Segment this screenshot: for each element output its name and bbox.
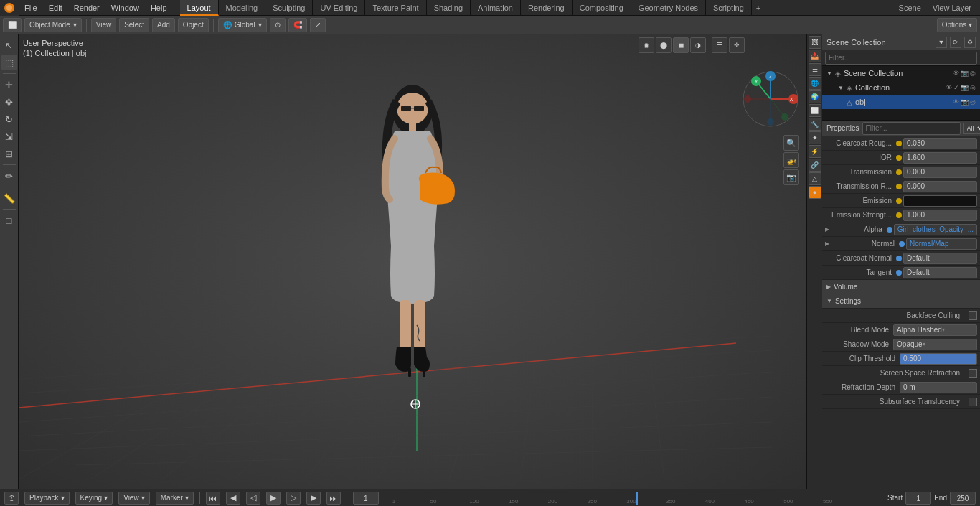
output-properties-tab[interactable]: 📤 (809, 50, 821, 62)
obj-visibility-icon[interactable]: 👁 (953, 98, 959, 106)
tab-layout[interactable]: Layout (180, 0, 219, 16)
constraints-properties-tab[interactable]: 🔗 (809, 159, 821, 172)
properties-search-input[interactable] (862, 122, 961, 135)
volume-section-header[interactable]: ▶ Volume (822, 280, 980, 294)
alpha-value[interactable]: Girl_clothes_Opacity_... (894, 224, 977, 235)
proportional-edit-button[interactable]: ⊙ (270, 18, 286, 32)
coll-visibility-icon[interactable]: 👁 (946, 84, 952, 91)
jump-start-button[interactable]: ⏮ (206, 492, 220, 505)
transform-button[interactable]: ⤢ (310, 18, 326, 32)
add-menu-button[interactable]: Add (152, 18, 175, 32)
refraction-depth-value[interactable]: 0 m (900, 382, 977, 393)
camera-view-button[interactable]: 📷 (783, 169, 799, 185)
tangent-dot[interactable] (896, 270, 902, 276)
next-frame-button[interactable]: ▶ (306, 492, 321, 505)
snap-button[interactable]: 🧲 (288, 18, 307, 32)
outliner-filter-button[interactable]: ▼ (936, 37, 947, 48)
zoom-out-button[interactable]: 🚁 (783, 152, 799, 168)
menu-window[interactable]: Window (105, 0, 145, 16)
coll-render-icon[interactable]: ◎ (970, 84, 976, 91)
tab-animation[interactable]: Animation (471, 0, 521, 16)
add-workspace-button[interactable]: + (752, 0, 765, 16)
timeline-playhead[interactable] (636, 492, 638, 505)
menu-edit[interactable]: Edit (43, 0, 68, 16)
blend-mode-value[interactable]: Alpha Hashed ▾ (893, 324, 977, 336)
viewport-shading-btn-1[interactable]: ◉ (639, 37, 654, 53)
annotate-tool[interactable]: ✏ (1, 168, 17, 184)
transform-tool[interactable]: ⊞ (1, 146, 17, 161)
scene-camera-icon[interactable]: 📷 (961, 70, 969, 77)
emission-strength-value[interactable]: 1.000 (903, 210, 977, 221)
outliner-search-input[interactable] (825, 52, 977, 65)
view-layer-properties-tab[interactable]: ☰ (809, 63, 821, 76)
viewport-gizmo-toggle[interactable]: ✛ (729, 37, 745, 53)
prev-keyframe-button[interactable]: ◁ (246, 492, 260, 505)
menu-render[interactable]: Render (68, 0, 105, 16)
viewport[interactable]: User Perspective (1) Collection | obj ◉ … (19, 34, 806, 489)
cursor-tool[interactable]: ✛ (1, 77, 17, 93)
clip-threshold-value[interactable]: 0.500 (900, 353, 977, 365)
particles-properties-tab[interactable]: ✦ (809, 131, 821, 144)
scene-render-icon[interactable]: ◎ (970, 70, 976, 77)
scene-properties-tab[interactable]: 🌐 (809, 77, 821, 90)
prev-frame-button[interactable]: ◀ (226, 492, 240, 505)
settings-section-header[interactable]: ▼ Settings (822, 294, 980, 309)
transmission-dot[interactable] (896, 169, 902, 175)
viewport-shading-btn-2[interactable]: ⬤ (656, 37, 672, 53)
outliner-settings-button[interactable]: ⚙ (964, 37, 976, 48)
jump-end-button[interactable]: ⏭ (326, 492, 341, 505)
next-keyframe-button[interactable]: ▷ (286, 492, 301, 505)
transmission-value[interactable]: 0.000 (903, 167, 977, 178)
select-menu-button[interactable]: Select (119, 18, 149, 32)
normal-expand-caret[interactable]: ▶ (825, 240, 829, 247)
outliner-item-collection[interactable]: ▼ ◈ Collection 👁 ✓ 📷 ◎ (822, 80, 980, 95)
clearcoat-roughness-value[interactable]: 0.030 (903, 138, 977, 149)
viewport-overlay-toggle[interactable]: ☰ (712, 37, 727, 53)
outliner-item-obj[interactable]: △ obj 👁 📷 ◎ (822, 95, 980, 109)
tab-uv-editing[interactable]: UV Editing (313, 0, 365, 16)
tab-modeling[interactable]: Modeling (219, 0, 266, 16)
obj-camera-icon[interactable]: 📷 (961, 98, 969, 106)
end-frame-input[interactable]: 250 (950, 492, 976, 505)
emission-color-swatch[interactable] (903, 195, 977, 207)
transform-global-dropdown[interactable]: 🌐 Global ▾ (218, 18, 267, 32)
keying-dropdown[interactable]: Keying ▾ (75, 492, 113, 505)
viewport-shading-btn-3[interactable]: ◼ (673, 37, 689, 53)
tab-scripting[interactable]: Scripting (706, 0, 752, 16)
editor-type-btn[interactable]: ⏱ (4, 492, 19, 505)
viewport-canvas[interactable]: User Perspective (1) Collection | obj ◉ … (19, 34, 806, 489)
options-dropdown[interactable]: Options ▾ (937, 18, 977, 32)
object-data-properties-tab[interactable]: △ (809, 172, 821, 185)
move-tool[interactable]: ✥ (1, 94, 17, 110)
viewport-shading-btn-4[interactable]: ◑ (690, 37, 706, 53)
start-frame-input[interactable]: 1 (905, 492, 931, 505)
scale-tool[interactable]: ⇲ (1, 128, 17, 144)
play-button[interactable]: ▶ (266, 492, 281, 505)
tab-shading[interactable]: Shading (427, 0, 471, 16)
tab-texture-paint[interactable]: Texture Paint (365, 0, 426, 16)
scene-visibility-icon[interactable]: 👁 (953, 70, 959, 77)
tab-geometry-nodes[interactable]: Geometry Nodes (631, 0, 706, 16)
menu-file[interactable]: File (19, 0, 43, 16)
ior-value[interactable]: 1.600 (903, 152, 977, 164)
editor-type-button[interactable]: ⬜ (3, 18, 22, 32)
world-properties-tab[interactable]: 🌍 (809, 90, 821, 103)
view-menu-button[interactable]: View (91, 18, 117, 32)
view-layer-selector[interactable]: View Layer (928, 0, 976, 16)
outliner-item-scene-collection[interactable]: ▼ ◈ Scene Collection 👁 📷 ◎ (822, 66, 980, 80)
backface-culling-checkbox[interactable] (969, 311, 977, 320)
alpha-dot[interactable] (887, 227, 892, 233)
clearcoat-roughness-dot[interactable] (896, 141, 902, 146)
ior-dot[interactable] (896, 155, 902, 161)
select-cursor-tool[interactable]: ↖ (1, 37, 17, 53)
object-mode-dropdown[interactable]: Object Mode ▾ (24, 18, 82, 32)
object-menu-button[interactable]: Object (178, 18, 209, 32)
view-dropdown[interactable]: View ▾ (118, 492, 150, 505)
tab-sculpting[interactable]: Sculpting (265, 0, 313, 16)
properties-filter-dropdown[interactable]: All (963, 123, 980, 134)
alpha-expand-caret[interactable]: ▶ (825, 226, 829, 233)
subsurface-translucency-checkbox[interactable] (969, 398, 977, 406)
current-frame-display[interactable]: 1 (353, 492, 379, 505)
transmission-roughness-dot[interactable] (896, 184, 902, 189)
clearcoat-normal-value[interactable]: Default (903, 253, 977, 264)
